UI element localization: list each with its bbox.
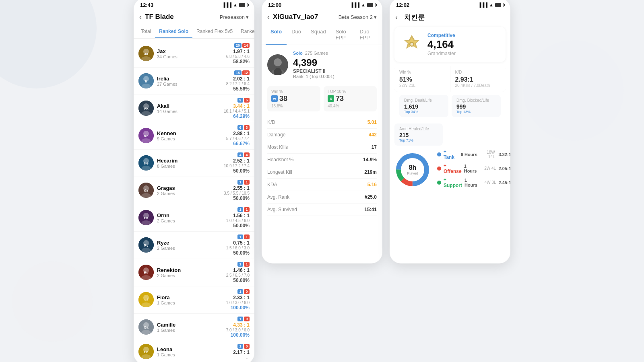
p2-tabs: Solo Duo Squad Solo FPP Duo FPP (262, 25, 382, 45)
top10-value: 73 (336, 95, 344, 103)
champ-name: Ornn (157, 212, 223, 218)
role-name: + Offense (444, 163, 462, 174)
kda-detail: 3.5 / 5.5 / 10.5 (224, 191, 250, 195)
champ-row[interactable]: Or Ornn 2 Games 1 1 1.56 : 1 1.0 / 4.5 /… (134, 204, 254, 232)
champ-stats: 20 14 1.97 : 1 6.8 / 5.8 / 4.6 58.82% (226, 43, 250, 64)
tab-solo[interactable]: Solo (266, 25, 287, 45)
champ-name: Gragas (157, 185, 221, 191)
dmg-blocked-val: 999 (456, 103, 496, 110)
detail-label: Avg. Survived (267, 207, 297, 212)
losses-badge: 4 (244, 152, 250, 157)
champ-stats: 1 0 4.33 : 1 7.0 / 3.0 / 6.0 100.00% (226, 317, 250, 338)
champ-name: Camille (157, 322, 223, 328)
tab-duo-fpp[interactable]: Duo FPP (355, 25, 378, 45)
champ-row[interactable]: Ke Kennen 9 Games 6 3 2.88 : 1 5.7 / 4.6… (134, 122, 254, 150)
tab-ranked-flex[interactable]: Ranked Flex 5v5 (192, 25, 237, 38)
back-button-2[interactable]: ‹ (267, 13, 270, 21)
tabs-row-1: Total Ranked Solo Ranked Flex 5v5 Ranked (134, 25, 254, 39)
win-badges: 6 3 (226, 125, 250, 130)
detail-label: Headshot % (267, 157, 293, 162)
champ-kda: 2.55 : 1 (224, 185, 250, 191)
detail-row: K/D 5.01 (267, 116, 377, 129)
win-icon: W (271, 95, 278, 102)
champ-row[interactable]: Ak Akali 14 Games 9 5 3.44 : 1 10.1 / 4.… (134, 95, 254, 122)
detail-row: Avg. Survived 15:41 (267, 204, 377, 216)
svg-text:Le: Le (144, 350, 149, 354)
detail-value: 15:41 (364, 207, 377, 212)
champ-kda: 3.44 : 1 (224, 103, 250, 109)
phone-2: 12:00 ▐▐▐ ▲ ‹ XIGuaTv_lao7 Beta Season 2… (262, 0, 382, 263)
tab-ranked-solo[interactable]: Ranked Solo (155, 25, 192, 38)
role-record: 18W 14L (480, 150, 495, 159)
wifi-icon-2: ▲ (361, 2, 365, 7)
tab-solo-fpp[interactable]: Solo FPP (331, 25, 355, 45)
champ-kda: 2.17 : 1 (233, 350, 250, 355)
champ-row[interactable]: Le Leona 1 Games 1 0 2.17 : 1 ... (134, 341, 254, 362)
top-stats-row: Win % W 38 13.8% TOP 10 % ⊕ 73 40.4% (262, 83, 382, 113)
svg-text:He: He (144, 161, 149, 165)
detail-row: Most Kills 17 (267, 141, 377, 154)
champ-row[interactable]: Gr Gragas 2 Games 1 1 2.55 : 1 3.5 / 5.5… (134, 177, 254, 204)
role-name: + Support (444, 177, 462, 188)
signal-icon-1: ▐▐▐ (222, 2, 231, 7)
champ-row[interactable]: He Hecarim 8 Games 4 4 2.52 : 1 10.9 / 7… (134, 150, 254, 177)
role-row: + Offense 1 Hours 2W 4L 2.05:1 (437, 163, 510, 174)
champ-stats: 1 1 1.56 : 1 1.0 / 4.5 / 6.0 50.00% (226, 207, 250, 228)
role-dot (437, 167, 441, 171)
svg-text:Or: Or (144, 216, 149, 220)
kda-detail: 5.7 / 4.6 / 7.4 (226, 136, 250, 141)
top10-label: TOP 10 % (328, 89, 373, 94)
tab-squad[interactable]: Squad (306, 25, 331, 45)
win-badges: 4 4 (224, 152, 250, 157)
champ-name: Jax (157, 48, 223, 54)
champ-avatar: Fi (138, 292, 154, 307)
role-row: + Support 1 Hours 4W 3L 2.45:1 (437, 177, 510, 188)
kda-detail: 6.8 / 5.8 / 4.6 (226, 54, 250, 59)
player-name-1: TF Blade (145, 13, 220, 21)
losses-badge: 3 (244, 125, 250, 130)
player-name-3: 치킨룬 (404, 13, 425, 22)
season-dropdown-1[interactable]: Preseason ▾ (220, 14, 249, 20)
win-rate: 64.29% (224, 113, 250, 119)
win-rate: 100.00% (226, 332, 250, 338)
tab-ranked[interactable]: Ranked (237, 25, 254, 38)
losses-badge: 1 (244, 262, 250, 267)
signal-icon-2: ▐▐▐ (350, 2, 359, 7)
champ-info: Ryze 2 Games (157, 240, 223, 251)
champ-row[interactable]: Ca Camille 1 Games 1 0 4.33 : 1 7.0 / 3.… (134, 314, 254, 341)
back-button-1[interactable]: ‹ (139, 13, 142, 21)
svg-text:Ke: Ke (144, 134, 149, 138)
win-pct-label-3: Win % (399, 70, 445, 74)
champ-avatar: Ca (138, 319, 154, 335)
kda-detail: 7.0 / 3.0 / 6.0 (226, 328, 250, 332)
champ-info: Leona 1 Games (157, 346, 230, 357)
win-rate: 100.00% (226, 305, 250, 311)
detail-label: Most Kills (267, 144, 288, 150)
champ-row[interactable]: Fi Fiora 1 Games 1 0 2.33 : 1 1.0 / 3.0 … (134, 286, 254, 314)
role-record: 4W 3L (482, 180, 496, 185)
champ-row[interactable]: Ry Ryze 2 Games 1 1 0.75 : 1 1.5 / 6.0 /… (134, 232, 254, 259)
losses-badge: 1 (244, 234, 250, 239)
time-3: 12:02 (396, 2, 409, 8)
rank-score-2: 4,399 (293, 57, 377, 68)
champ-stats: 4 4 2.52 : 1 10.9 / 7.2 / 7.4 50.00% (224, 152, 250, 174)
champ-info: Jax 34 Games (157, 48, 223, 59)
champ-row[interactable]: Ja Jax 34 Games 20 14 1.97 : 1 6.8 / 5.8… (134, 40, 254, 68)
kda-detail: 8.2 / 7.2 / 6.4 (226, 82, 250, 86)
tab-total[interactable]: Total (137, 25, 155, 38)
champ-games: 1 Games (157, 352, 230, 357)
champ-row[interactable]: Re Renekton 2 Games 1 1 1.46 : 1 2.5 / 6… (134, 259, 254, 286)
tab-duo[interactable]: Duo (287, 25, 306, 45)
season-dropdown-2[interactable]: Beta Season 2 ▾ (339, 14, 377, 20)
losses-badge: 5 (244, 98, 250, 103)
wins-badge: 1 (237, 234, 243, 239)
losses-badge: 1 (244, 180, 250, 185)
champ-games: 34 Games (157, 54, 223, 59)
champ-row[interactable]: Ir Irelia 27 Games 15 12 2.02 : 1 8.2 / … (134, 68, 254, 95)
dmg-dealt-val: 1,619 (404, 103, 444, 110)
back-button-3[interactable]: ‹ (395, 13, 398, 22)
svg-text:Ja: Ja (144, 52, 149, 56)
champ-stats: 9 5 3.44 : 1 10.1 / 4.4 / 5.1 64.29% (224, 98, 250, 119)
games-count-2: 275 Games (305, 51, 328, 56)
win-pct-box: Win % W 38 13.8% (267, 86, 320, 111)
